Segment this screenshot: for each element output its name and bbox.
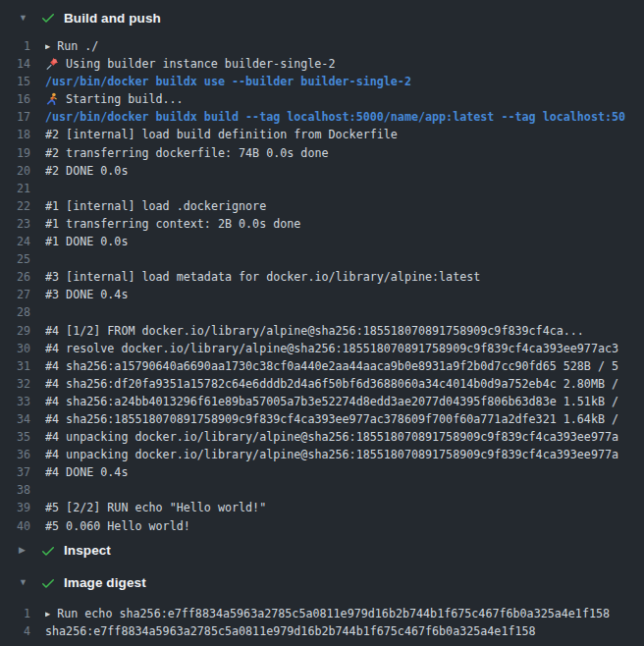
log-line-text: #3 [internal] load metadata for docker.i…: [45, 268, 644, 286]
section-title: Image digest: [64, 575, 146, 590]
log-line: 18#2 [internal] load build definition fr…: [0, 126, 644, 143]
log-line: 37#4 DONE 0.4s: [0, 463, 644, 481]
line-number-link[interactable]: 14: [0, 55, 45, 73]
line-number-link[interactable]: 38: [0, 481, 45, 499]
chevron-right-icon[interactable]: ▶: [19, 546, 31, 555]
log-line-text: sha256:e7ff8834a5963a2785c5a0811e979d16b…: [45, 622, 644, 640]
log-line: 16Starting build...: [0, 90, 644, 108]
log-line: 1▶Run ./: [0, 37, 644, 55]
log-line-text: Using builder instance builder-single-2: [45, 55, 644, 73]
chevron-down-icon[interactable]: ▼: [19, 578, 31, 587]
log-line-text: #4 unpacking docker.io/library/alpine@sh…: [45, 428, 644, 446]
log-line: 21: [0, 180, 644, 197]
log-line: 19#2 transferring dockerfile: 74B 0.0s d…: [0, 144, 644, 162]
line-number-link[interactable]: 21: [0, 180, 45, 197]
check-icon: [40, 10, 56, 26]
line-number-link[interactable]: 19: [0, 144, 45, 162]
log-line-text: ▶Run echo sha256:e7ff8834a5963a2785c5a08…: [45, 605, 644, 622]
log-line: 20#2 DONE 0.0s: [0, 162, 644, 180]
log-line: 4sha256:e7ff8834a5963a2785c5a0811e979d16…: [0, 622, 644, 640]
line-number-link[interactable]: 17: [0, 108, 45, 126]
log-section-build-and-push: ▼ Build and push 1▶Run ./14Using builder…: [0, 4, 644, 535]
log-line-text: /usr/bin/docker buildx use --builder bui…: [45, 73, 644, 90]
line-number-link[interactable]: 29: [0, 322, 45, 340]
log-line: 17/usr/bin/docker buildx build --tag loc…: [0, 108, 644, 126]
line-number-link[interactable]: 1: [0, 605, 45, 622]
log-line-text: #3 DONE 0.4s: [45, 286, 644, 303]
log-line-text: #4 sha256:a24bb4013296f61e89ba57005a7b3e…: [45, 393, 644, 410]
log-line: 34#4 sha256:185518070891758909c9f839cf4c…: [0, 410, 644, 428]
line-number-link[interactable]: 4: [0, 622, 45, 640]
line-number-link[interactable]: 36: [0, 446, 45, 463]
log-line: 26#3 [internal] load metadata for docker…: [0, 268, 644, 286]
log-line: 36#4 unpacking docker.io/library/alpine@…: [0, 446, 644, 463]
log-line: 25: [0, 250, 644, 268]
log-line: 1▶Run echo sha256:e7ff8834a5963a2785c5a0…: [0, 605, 644, 622]
log-line-text: [45, 250, 644, 268]
log-section-image-digest: ▼ Image digest 1▶Run echo sha256:e7ff883…: [0, 569, 644, 640]
line-number-link[interactable]: 28: [0, 303, 45, 321]
log-lines-container: 1▶Run echo sha256:e7ff8834a5963a2785c5a0…: [0, 605, 644, 640]
log-line: 23#1 transferring context: 2B 0.0s done: [0, 215, 644, 233]
line-number-link[interactable]: 15: [0, 73, 45, 90]
section-header-inspect[interactable]: ▶ Inspect: [0, 537, 644, 565]
log-line: 14Using builder instance builder-single-…: [0, 55, 644, 73]
log-line-text: #5 0.060 Hello world!: [45, 517, 644, 535]
log-line: 32#4 sha256:df20fa9351a15782c64e6dddb2d4…: [0, 375, 644, 393]
section-header-build-and-push[interactable]: ▼ Build and push: [0, 4, 644, 31]
line-number-link[interactable]: 26: [0, 268, 45, 286]
log-line: 27#3 DONE 0.4s: [0, 286, 644, 303]
line-number-link[interactable]: 40: [0, 517, 45, 535]
workflow-log-viewer: ▼ Build and push 1▶Run ./14Using builder…: [0, 4, 644, 640]
log-line: 38: [0, 481, 644, 499]
pushpin-icon: [45, 57, 59, 71]
line-number-link[interactable]: 35: [0, 428, 45, 446]
log-line-text: #2 DONE 0.0s: [45, 162, 644, 180]
line-number-link[interactable]: 20: [0, 162, 45, 180]
log-line-text: /usr/bin/docker buildx build --tag local…: [45, 108, 644, 126]
line-number-link[interactable]: 33: [0, 393, 45, 410]
log-line-text: #1 DONE 0.0s: [45, 233, 644, 250]
line-number-link[interactable]: 27: [0, 286, 45, 303]
line-number-link[interactable]: 23: [0, 215, 45, 233]
log-line-text: [45, 481, 644, 499]
log-line: 31#4 sha256:a15790640a6690aa1730c38cf0a4…: [0, 357, 644, 375]
log-line-text: #1 [internal] load .dockerignore: [45, 197, 644, 215]
log-line-text: #5 [2/2] RUN echo "Hello world!": [45, 499, 644, 516]
line-number-link[interactable]: 30: [0, 340, 45, 357]
line-number-link[interactable]: 32: [0, 375, 45, 393]
log-line-text: #2 transferring dockerfile: 74B 0.0s don…: [45, 144, 644, 162]
log-line-text: #4 resolve docker.io/library/alpine@sha2…: [45, 340, 644, 357]
line-number-link[interactable]: 31: [0, 357, 45, 375]
runner-icon: [45, 92, 59, 106]
run-group-toggle-icon[interactable]: ▶: [45, 37, 50, 55]
line-number-link[interactable]: 37: [0, 463, 45, 481]
line-number-link[interactable]: 18: [0, 126, 45, 143]
log-line-text: [45, 180, 644, 197]
log-line-text: #4 [1/2] FROM docker.io/library/alpine@s…: [45, 322, 644, 340]
log-line-text: [45, 303, 644, 321]
line-number-link[interactable]: 16: [0, 90, 45, 108]
section-header-image-digest[interactable]: ▼ Image digest: [0, 569, 644, 597]
log-line: 15/usr/bin/docker buildx use --builder b…: [0, 73, 644, 90]
chevron-down-icon[interactable]: ▼: [19, 14, 31, 23]
log-line: 22#1 [internal] load .dockerignore: [0, 197, 644, 215]
line-number-link[interactable]: 22: [0, 197, 45, 215]
log-line: 39#5 [2/2] RUN echo "Hello world!": [0, 499, 644, 516]
log-line-text: #4 unpacking docker.io/library/alpine@sh…: [45, 446, 644, 463]
line-number-link[interactable]: 1: [0, 37, 45, 55]
log-line: 33#4 sha256:a24bb4013296f61e89ba57005a7b…: [0, 393, 644, 410]
log-line: 24#1 DONE 0.0s: [0, 233, 644, 250]
log-line: 29#4 [1/2] FROM docker.io/library/alpine…: [0, 322, 644, 340]
check-icon: [40, 543, 56, 559]
line-number-link[interactable]: 24: [0, 233, 45, 250]
line-number-link[interactable]: 34: [0, 410, 45, 428]
run-group-toggle-icon[interactable]: ▶: [45, 605, 50, 622]
log-line-text: #4 sha256:df20fa9351a15782c64e6dddb2d4a6…: [45, 375, 644, 393]
log-line: 30#4 resolve docker.io/library/alpine@sh…: [0, 340, 644, 357]
line-number-link[interactable]: 39: [0, 499, 45, 516]
log-lines-container: 1▶Run ./14Using builder instance builder…: [0, 37, 644, 535]
log-line: 35#4 unpacking docker.io/library/alpine@…: [0, 428, 644, 446]
line-number-link[interactable]: 25: [0, 250, 45, 268]
log-line-text: Starting build...: [45, 90, 644, 108]
